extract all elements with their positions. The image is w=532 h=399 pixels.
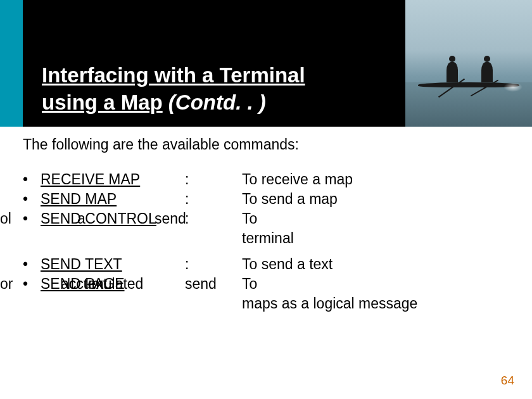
- command-name: RECEIVE MAP: [41, 171, 185, 188]
- content-area: The following are the available commands…: [23, 136, 517, 312]
- command-desc: To: [242, 210, 517, 227]
- command-name: SEND CONTROL a send: [41, 210, 185, 227]
- command-desc: To send a text: [242, 256, 517, 273]
- list-item: • RECEIVE MAP : To receive a map: [23, 171, 517, 188]
- list-item: ol • SEND CONTROL a send : To terminal: [23, 210, 517, 247]
- command-desc-cont: terminal: [242, 230, 517, 247]
- header-bar: Interfacing with a Terminal using a Map …: [0, 0, 532, 127]
- intro-text: The following are the available commands…: [23, 136, 517, 153]
- list-item: • SEND MAP : To send a map: [23, 191, 517, 208]
- command-name: SEND TEXT: [41, 256, 185, 273]
- command-desc: To: [242, 276, 517, 293]
- bullet-icon: •: [23, 256, 41, 273]
- list-item: • SEND TEXT : To send a text: [23, 256, 517, 273]
- bullet-icon: •: [23, 171, 41, 188]
- command-list: • RECEIVE MAP : To receive a map • SEND …: [23, 171, 517, 312]
- separator: send: [185, 276, 242, 293]
- teal-accent: [0, 0, 23, 127]
- separator: :: [185, 256, 242, 273]
- page-number: 64: [501, 374, 514, 388]
- title-line1: Interfacing with a Terminal: [42, 63, 305, 87]
- title-line2a: using a Map: [42, 91, 163, 114]
- decorative-image: [405, 0, 532, 127]
- fragment-text: or: [0, 276, 13, 293]
- list-item: or • SEND PAGE accumulated text send To …: [23, 276, 517, 312]
- overlay-fragment: text: [84, 276, 107, 293]
- command-text: SEND CONTROL: [41, 210, 156, 227]
- bullet-icon: •: [23, 276, 41, 293]
- separator: :: [185, 210, 242, 227]
- bullet-icon: •: [23, 210, 41, 227]
- command-desc-cont: maps as a logical message: [242, 295, 517, 312]
- title-line2b: (Contd. . ): [163, 91, 266, 114]
- separator: :: [185, 171, 242, 188]
- overlay-fragment: a: [77, 210, 86, 227]
- command-name: SEND MAP: [41, 191, 185, 208]
- command-desc: To send a map: [242, 191, 517, 208]
- separator: :: [185, 191, 242, 208]
- slide-title: Interfacing with a Terminal using a Map …: [42, 62, 305, 117]
- bullet-icon: •: [23, 191, 41, 208]
- command-desc: To receive a map: [242, 171, 517, 188]
- fragment-text: ol: [0, 210, 11, 227]
- command-name: SEND PAGE accumulated text: [41, 276, 185, 293]
- overlay-fragment: send: [155, 210, 186, 227]
